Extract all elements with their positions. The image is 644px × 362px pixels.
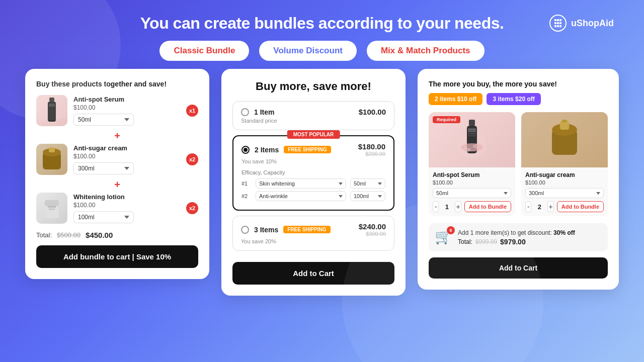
plus-1: + (36, 130, 198, 142)
mix-match-card: The more you buy, the more you save! 2 i… (418, 69, 619, 290)
mix-serum-add-to-bundle[interactable]: Add to Bundle (464, 201, 511, 212)
efficacy-select-1-type[interactable]: Skin whitening (256, 178, 346, 189)
cream-qty-badge: x2 (186, 153, 198, 165)
total-label-mix: Total: (458, 238, 472, 245)
mix-serum-qty-minus[interactable]: - (433, 201, 439, 212)
svg-rect-31 (560, 121, 569, 130)
vol-option-3-header: 3 Items FREE SHIPPING $240.00 $300.00 (241, 222, 386, 237)
cream-image (36, 144, 67, 175)
mix-serum-info: Anti-spot Serum $100.00 50ml - 1 + Add t… (429, 167, 515, 216)
cards-row: Buy these products together and save! An… (0, 69, 644, 296)
logo-text: uShopAid (571, 18, 614, 29)
efficacy-select-1-size[interactable]: 50ml (350, 178, 385, 189)
volume-discount-card: Buy more, save more! 1 Item $100.00 Stan… (221, 69, 406, 296)
mix-total-new: $979.00 (500, 238, 526, 246)
volume-add-to-cart-button[interactable]: Add to Cart (232, 262, 394, 285)
svg-rect-2 (557, 19, 559, 21)
lotion-info: Whitening lotion $100.00 100ml (73, 193, 180, 223)
svg-point-28 (473, 144, 483, 149)
vol-opt3-price: $240.00 (359, 222, 386, 231)
mix-serum-qty-num: 1 (442, 203, 452, 211)
plus-2: + (36, 179, 198, 191)
svg-rect-32 (562, 120, 567, 122)
cart-badge: 6 (447, 226, 455, 234)
cream-name: Anti-sugar cream (73, 144, 180, 152)
mix-cream-image (521, 112, 608, 167)
free-shipping-badge-3: FREE SHIPPING (283, 226, 330, 233)
efficacy-num-1: #1 (242, 180, 252, 187)
vol-opt2-price: $180.00 (358, 142, 385, 151)
efficacy-select-2-size[interactable]: 100ml (350, 191, 385, 201)
vol-option-1-header: 1 Item $100.00 (241, 108, 386, 116)
vol-opt2-label: 2 Items (255, 146, 279, 154)
discount-badge-3items: 3 items $20 off (487, 93, 540, 105)
product-item-lotion: Whitening lotion $100.00 100ml x2 (36, 193, 198, 224)
lotion-name: Whitening lotion (73, 193, 180, 201)
discount-badge-2items: 2 items $10 off (429, 93, 482, 105)
mix-cream-info: Anti-sugar cream $100.00 300ml - 2 + Add… (521, 167, 608, 216)
vol-opt2-save: You save 10% (242, 158, 385, 164)
vol-opt1-label: 1 Item (254, 108, 274, 116)
svg-rect-3 (559, 19, 561, 21)
serum-image (36, 95, 67, 126)
mix-footer-discount: 30% off (553, 229, 575, 236)
cream-variant-select[interactable]: 300ml (73, 162, 134, 174)
svg-rect-10 (49, 98, 54, 102)
mix-serum-variant-select[interactable]: 50ml (433, 188, 511, 198)
free-shipping-badge-2: FREE SHIPPING (284, 146, 331, 153)
vol-opt3-original: $300.00 (359, 231, 386, 237)
serum-variant-select[interactable]: 50ml (73, 114, 134, 126)
svg-point-27 (463, 148, 471, 152)
tabs-row: Classic Bundle Volume Discount Mix & Mat… (0, 41, 644, 61)
tab-volume[interactable]: Volume Discount (259, 41, 357, 61)
radio-opt3[interactable] (241, 226, 249, 234)
efficacy-row-1: #1 Skin whitening 50ml (242, 178, 385, 189)
radio-opt1[interactable] (241, 108, 249, 116)
svg-rect-6 (559, 22, 561, 24)
vol-opt1-price: $100.00 (359, 108, 386, 116)
mix-serum-qty-plus[interactable]: + (455, 201, 461, 212)
mix-cream-qty-row: - 2 + Add to Bundle (525, 201, 604, 212)
vol-opt2-left: 2 Items FREE SHIPPING (242, 146, 331, 154)
svg-rect-12 (49, 104, 55, 107)
tab-mix[interactable]: Mix & Match Products (367, 41, 485, 61)
lotion-image (36, 193, 67, 224)
svg-rect-21 (469, 120, 475, 126)
product-item-serum: Anti-spot Serum $100.00 50ml x1 (36, 95, 198, 126)
svg-rect-19 (49, 209, 55, 210)
mix-footer-total: Total: $999.99 $979.00 (458, 238, 575, 246)
cream-price: $100.00 (73, 153, 180, 160)
add-bundle-button[interactable]: Add bundle to cart | Save 10% (36, 245, 198, 268)
tab-classic[interactable]: Classic Bundle (159, 41, 249, 61)
required-badge: Required (433, 116, 460, 123)
volume-option-1[interactable]: 1 Item $100.00 Standard price (232, 101, 394, 130)
mix-serum-qty-row: - 1 + Add to Bundle (433, 201, 511, 212)
total-new: $450.00 (86, 231, 113, 239)
mix-products-row: Required Anti-spot Serum $100.00 50ml - … (429, 112, 608, 216)
volume-option-3[interactable]: 3 Items FREE SHIPPING $240.00 $300.00 Yo… (232, 216, 394, 251)
svg-rect-24 (468, 133, 476, 134)
mix-cream-variant-select[interactable]: 300ml (525, 188, 604, 198)
efficacy-select-2-type[interactable]: Anti-wrinkle (256, 191, 346, 201)
logo: uShopAid (549, 14, 614, 32)
classic-bundle-card: Buy these products together and save! An… (25, 69, 209, 279)
efficacy-section: Efficacy, Capacity #1 Skin whitening 50m… (242, 169, 385, 201)
lotion-price: $100.00 (73, 202, 180, 209)
lotion-variant-select[interactable]: 100ml (73, 211, 134, 223)
vol-opt3-save: You save 20% (241, 238, 386, 244)
svg-rect-9 (559, 25, 561, 27)
mix-cream-add-to-bundle[interactable]: Add to Bundle (557, 201, 604, 212)
mix-cream-qty-plus[interactable]: + (547, 201, 553, 212)
header: You can create bundles according to your… (0, 0, 644, 41)
mix-cream-price: $100.00 (525, 179, 604, 186)
svg-rect-18 (48, 206, 56, 208)
svg-rect-1 (554, 19, 556, 21)
cart-icon-wrap: 🛒 6 (435, 228, 453, 246)
logo-icon (549, 14, 567, 32)
mix-product-serum: Required Anti-spot Serum $100.00 50ml - … (429, 112, 515, 216)
volume-option-2[interactable]: MOST POPULAR 2 Items FREE SHIPPING $180.… (232, 135, 394, 211)
mix-cream-qty-minus[interactable]: - (525, 201, 531, 212)
vol-opt2-original: $200.00 (358, 151, 385, 157)
mix-add-to-cart-button[interactable]: Add to Cart (429, 257, 608, 279)
radio-opt2[interactable] (242, 146, 250, 154)
